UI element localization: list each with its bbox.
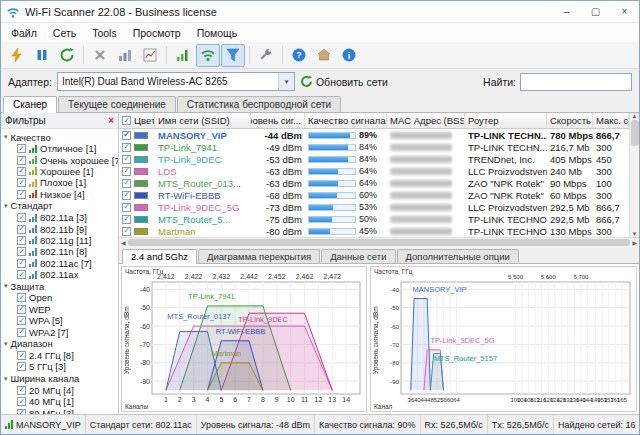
checkbox[interactable]: ✓ (17, 293, 26, 302)
menu-file[interactable]: Файл (3, 25, 45, 41)
delete-button[interactable] (88, 44, 112, 67)
filter-item[interactable]: ✓ Низкое [4] (4, 189, 118, 200)
filter-group[interactable]: ▾ Диапазон (4, 338, 118, 350)
filter-group[interactable]: ▾ Защита (4, 280, 118, 292)
maximize-button[interactable]: ▢ (581, 1, 610, 22)
filter-item[interactable]: ✓ 802.11ax (4, 269, 118, 280)
column-router[interactable]: Роутер (465, 113, 547, 128)
tab-network-data[interactable]: Данные сети (321, 249, 395, 263)
table-row[interactable]: ✓ MTS_Router_013... -63 dBm 64% ZAO "NPK… (119, 177, 629, 189)
checkbox[interactable]: ✓ (17, 178, 26, 187)
signal-button[interactable] (171, 44, 195, 67)
scan-button[interactable] (5, 44, 29, 67)
menu-network[interactable]: Сеть (45, 25, 84, 41)
filter-item[interactable]: ✓ 802.11b [9] (4, 223, 118, 234)
select-all-checkbox[interactable]: ✓ (122, 116, 131, 125)
checkbox[interactable]: ✓ (17, 351, 26, 360)
tab-scanner[interactable]: Сканер (3, 96, 57, 113)
column-max-speed[interactable]: Макс. ско... (593, 113, 629, 128)
checkbox[interactable]: ✓ (122, 179, 131, 188)
column-ssid[interactable]: Имя сети (SSID) (155, 113, 251, 128)
scroll-up-icon[interactable]: ▲ (632, 113, 638, 119)
filter-item[interactable]: ✓ 802.11g [11] (4, 235, 118, 246)
search-input[interactable] (520, 73, 632, 91)
scroll-left-icon[interactable]: ◀ (121, 239, 126, 246)
tab-wireless-statistics[interactable]: Статистика беспроводной сети (177, 96, 341, 112)
table-row[interactable]: ✓ MTS_Router_5... -75 dBm 50% TP-LINK TE… (119, 213, 629, 225)
checkbox[interactable]: ✓ (17, 362, 26, 371)
tab-current-connection[interactable]: Текущее соединение (58, 96, 176, 112)
table-row[interactable]: ✓ Martman -80 dBm 45% TP-LINK TECHNOL...… (119, 225, 629, 237)
collapse-arrow-icon[interactable]: ▾ (4, 375, 8, 383)
filters-close-icon[interactable]: × (108, 115, 114, 126)
checkbox[interactable]: ✓ (122, 227, 131, 236)
menu-help[interactable]: Помощь (189, 25, 246, 41)
checkbox[interactable]: ✓ (122, 215, 131, 224)
checkbox[interactable]: ✓ (17, 386, 26, 395)
checkbox[interactable]: ✓ (17, 156, 26, 165)
minimize-button[interactable]: – (552, 1, 581, 22)
line-chart-button[interactable] (138, 44, 162, 67)
checkbox[interactable]: ✓ (122, 167, 131, 176)
filter-item[interactable]: ✓ Очень хорошее [7] (4, 154, 118, 165)
table-row[interactable]: ✓ TP-Link_9DEC_5G -73 dBm 53% LLC Proizv… (119, 201, 629, 213)
table-row[interactable]: ✓ MANSORY_VIP -44 dBm 89% TP-LINK TECHN.… (119, 129, 629, 141)
checkbox[interactable]: ✓ (17, 397, 26, 406)
home-button[interactable] (312, 44, 336, 67)
checkbox[interactable]: ✓ (17, 247, 26, 256)
checkbox[interactable]: ✓ (17, 270, 26, 279)
column-signal[interactable]: Уровень сиг... (251, 113, 305, 128)
tab-additional-options[interactable]: Дополнительные опции (397, 249, 519, 263)
column-mac[interactable]: MAC Адрес (BSSID) (387, 113, 465, 128)
tab-overlap-diagram[interactable]: Диаграмма перекрытия (198, 249, 320, 263)
checkbox[interactable]: ✓ (122, 143, 131, 152)
checkbox[interactable]: ✓ (17, 259, 26, 268)
checkbox[interactable]: ✓ (122, 155, 131, 164)
table-horizontal-scrollbar[interactable]: ◀ ▶ (119, 237, 639, 247)
checkbox[interactable]: ✓ (17, 316, 26, 325)
checkbox[interactable]: ✓ (17, 144, 26, 153)
checkbox[interactable]: ✓ (17, 236, 26, 245)
collapse-arrow-icon[interactable]: ▾ (4, 282, 8, 290)
column-color[interactable]: ✓Цвет (119, 113, 155, 128)
tab-24-and-5ghz[interactable]: 2.4 and 5Ghz (122, 249, 197, 264)
horizontal-scroll-thumb[interactable] (128, 239, 631, 246)
filter-item[interactable]: ✓ Отличное [1] (4, 143, 118, 154)
info-button[interactable]: i (337, 44, 361, 67)
checkbox[interactable]: ✓ (17, 328, 26, 337)
filter-item[interactable]: ✓ WPA [5] (4, 315, 118, 326)
collapse-arrow-icon[interactable]: ▾ (4, 202, 8, 210)
column-quality[interactable]: Качество сигнала (305, 113, 387, 128)
filter-group[interactable]: ▾ Качество (4, 131, 118, 143)
filter-item[interactable]: ✓ Open (4, 292, 118, 303)
collapse-arrow-icon[interactable]: ▾ (4, 133, 8, 141)
filter-item[interactable]: ✓ 80 МГц [3] (4, 407, 118, 414)
checkbox[interactable]: ✓ (122, 131, 131, 140)
filter-item[interactable]: ✓ WEP (4, 304, 118, 315)
filter-item[interactable]: ✓ 5 ГГц [3] (4, 361, 118, 372)
checkbox[interactable]: ✓ (17, 167, 26, 176)
pause-button[interactable] (30, 44, 54, 67)
filter-item[interactable]: ✓ 802.11n [8] (4, 246, 118, 257)
checkbox[interactable]: ✓ (17, 190, 26, 199)
filter-item[interactable]: ✓ 802.11a [3] (4, 212, 118, 223)
filter-item[interactable]: ✓ Хорошее [1] (4, 166, 118, 177)
settings-button[interactable] (254, 44, 278, 67)
bar-chart-button[interactable] (113, 44, 137, 67)
scroll-right-icon[interactable]: ▶ (632, 239, 637, 246)
close-button[interactable]: × (610, 1, 639, 22)
refresh-networks-button[interactable]: Обновить сети (300, 75, 388, 88)
adapter-select[interactable]: Intel(R) Dual Band Wireless-AC 8265 ▾ (57, 72, 295, 91)
checkbox[interactable]: ✓ (17, 305, 26, 314)
table-vertical-scrollbar[interactable]: ▲ ▼ (629, 113, 639, 237)
filter-item[interactable]: ✓ 2.4 ГГц [8] (4, 350, 118, 361)
wifi-button[interactable] (196, 44, 220, 67)
help-button[interactable]: ? (287, 44, 311, 67)
table-row[interactable]: ✓ LDS -63 dBm 64% LLC Proizvodstvenn... … (119, 165, 629, 177)
filter-item[interactable]: ✓ Плохое [1] (4, 177, 118, 188)
filter-item[interactable]: ✓ 20 МГц [4] (4, 385, 118, 396)
filter-item[interactable]: ✓ WPA2 [7] (4, 326, 118, 337)
collapse-arrow-icon[interactable]: ▾ (4, 340, 8, 348)
vertical-scroll-thumb[interactable] (631, 120, 639, 146)
table-row[interactable]: ✓ RT-WiFi-EBBB -68 dBm 60% ZAO "NPK Rote… (119, 189, 629, 201)
